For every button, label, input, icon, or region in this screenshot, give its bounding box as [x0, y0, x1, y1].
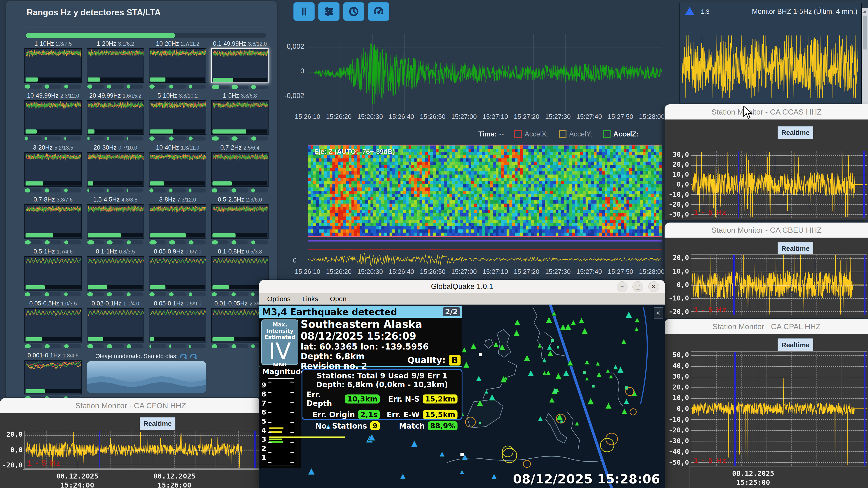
station-marker-blue[interactable]	[491, 474, 497, 479]
detector-thumbnail[interactable]	[149, 256, 206, 291]
detector-cell[interactable]: 5-10Hz3.8/10.2	[149, 92, 206, 144]
detector-thumbnail[interactable]	[24, 152, 82, 187]
realtime-button[interactable]: Realtime	[778, 338, 813, 352]
menu-item[interactable]: Links	[297, 295, 323, 303]
station-marker[interactable]	[621, 339, 626, 344]
station-marker[interactable]	[622, 409, 627, 414]
scrollbar-thumb[interactable]	[863, 15, 867, 50]
accel-y-checkbox[interactable]	[559, 130, 566, 138]
accel-x-checkbox[interactable]	[514, 130, 522, 138]
station-marker[interactable]	[631, 391, 637, 396]
station-marker[interactable]	[513, 330, 520, 336]
station-marker[interactable]	[546, 317, 552, 323]
station-marker[interactable]	[524, 355, 530, 361]
station-marker[interactable]	[613, 364, 618, 369]
realtime-button[interactable]: Realtime	[778, 126, 813, 139]
detector-thumbnail[interactable]	[149, 48, 206, 83]
detector-thumbnail[interactable]	[149, 152, 206, 187]
realtime-button[interactable]: Realtime	[778, 242, 813, 255]
detector-thumbnail[interactable]	[149, 308, 206, 343]
station-marker[interactable]	[587, 398, 594, 404]
detector-cell[interactable]: 10-20Hz2.7/11.2	[149, 40, 206, 92]
detector-thumbnail[interactable]	[87, 308, 144, 343]
detector-thumbnail[interactable]	[211, 48, 269, 83]
realtime-button[interactable]: Realtime	[140, 417, 176, 430]
detector-cell[interactable]: 3-20Hz5.2/13.5	[24, 144, 82, 196]
detector-cell[interactable]: 0.5-1Hz1.7/4.6	[24, 248, 82, 300]
station-marker-square[interactable]	[583, 371, 586, 374]
detector-thumbnail[interactable]	[87, 152, 144, 187]
detector-cell[interactable]: 0.1-1Hz0.8/3.5	[87, 248, 144, 300]
detector-thumbnail[interactable]	[211, 100, 269, 135]
menu-item[interactable]: Open	[325, 295, 351, 303]
station-chart[interactable]: 1 - 5 Hz	[691, 351, 867, 466]
station-marker[interactable]	[528, 370, 534, 376]
globalquake-titlebar[interactable]: GlobalQuake 1.0.1 − ▢ ✕	[259, 280, 665, 293]
station-marker-square[interactable]	[592, 385, 594, 387]
legend-accel-y[interactable]: AccelY:	[559, 130, 592, 138]
filters-button[interactable]	[318, 2, 340, 21]
detector-thumbnail[interactable]	[87, 48, 144, 83]
detector-thumbnail[interactable]	[211, 152, 269, 187]
detector-thumbnail[interactable]	[149, 100, 206, 135]
detector-thumbnail[interactable]	[24, 204, 82, 238]
station-marker[interactable]	[585, 360, 589, 364]
detector-thumbnail[interactable]	[24, 256, 82, 291]
station-marker[interactable]	[579, 318, 584, 323]
station-marker[interactable]	[546, 370, 551, 375]
station-marker-square[interactable]	[554, 389, 557, 393]
earthquake-alert-header[interactable]: M3,4 Earthquake detected 2/2	[259, 306, 462, 318]
speed-gauge-button[interactable]	[368, 2, 389, 21]
station-marker[interactable]	[493, 341, 499, 347]
detector-thumbnail[interactable]	[149, 204, 206, 238]
selected-station-marker[interactable]	[460, 453, 464, 456]
station-marker[interactable]	[485, 390, 489, 394]
station-marker[interactable]	[463, 361, 469, 367]
station-marker[interactable]	[585, 377, 589, 381]
station-marker[interactable]	[634, 327, 639, 331]
station-marker[interactable]	[548, 350, 554, 356]
selected-station-marker[interactable]	[479, 353, 482, 356]
detector-cell[interactable]: 0.1-49.99Hz3.6/12.0	[211, 40, 269, 92]
station-marker[interactable]	[560, 324, 566, 330]
detector-cell[interactable]: 10-40Hz1.3/11.0	[149, 144, 206, 196]
earthquake-circle[interactable]	[630, 409, 636, 415]
detector-cell[interactable]: 10-49.99Hz2.3/12.0	[24, 92, 82, 144]
detector-cell[interactable]: 0.05-0.9Hz0.6/7.0	[149, 248, 206, 300]
station-marker-square[interactable]	[551, 339, 554, 342]
window-title[interactable]: Station Monitor - CA CPAL HHZ	[664, 319, 868, 334]
detector-cell[interactable]: 0.5-2.5Hz2.3/6.0	[211, 196, 269, 248]
station-marker[interactable]	[575, 421, 579, 426]
station-marker[interactable]	[609, 374, 613, 379]
detector-cell[interactable]: 1-20Hz3.1/6.2	[87, 40, 144, 92]
collapse-button[interactable]: <	[654, 307, 663, 319]
station-marker[interactable]	[605, 402, 612, 409]
detector-thumbnail[interactable]	[87, 256, 144, 291]
pause-button[interactable]	[293, 2, 315, 21]
station-marker[interactable]	[635, 318, 640, 322]
detector-cell[interactable]: 0.05-0.5Hz1.0/3.5	[24, 300, 82, 352]
detector-cell[interactable]: 0.05-0.1Hz0.5/9.0	[149, 300, 206, 352]
maximize-button[interactable]: ▢	[632, 281, 643, 292]
detector-thumbnail[interactable]	[211, 204, 269, 238]
minimize-button[interactable]: −	[617, 281, 627, 292]
station-marker[interactable]	[542, 371, 547, 375]
detector-cell[interactable]: 20-49.99Hz1.6/15.2	[87, 92, 144, 144]
detector-thumbnail[interactable]	[24, 308, 82, 343]
station-chart[interactable]: 1 - 5 Hz	[24, 431, 260, 469]
detector-cell[interactable]: 1-5Hz3.8/6.8	[211, 92, 269, 144]
earthquake-circle[interactable]	[626, 387, 634, 396]
station-marker[interactable]	[596, 372, 602, 377]
detector-cell[interactable]: 1-10Hz2.3/7.5	[24, 40, 82, 92]
station-marker[interactable]	[489, 394, 495, 400]
earthquake-circle[interactable]	[606, 433, 618, 445]
window-title[interactable]: Station Monitor - CA CCAS HHZ	[664, 104, 868, 120]
accel-z-checkbox[interactable]	[603, 130, 611, 138]
detector-thumbnail[interactable]	[24, 48, 82, 83]
station-marker-square[interactable]	[557, 346, 559, 349]
accel-plot[interactable]	[308, 34, 662, 112]
earthquake-circle[interactable]	[523, 460, 530, 467]
station-chart[interactable]: 1 - 5 Hz	[691, 151, 867, 218]
window-title[interactable]: Station Monitor - CA CBEU HHZ	[664, 223, 868, 238]
station-marker-blue[interactable]	[411, 440, 417, 447]
